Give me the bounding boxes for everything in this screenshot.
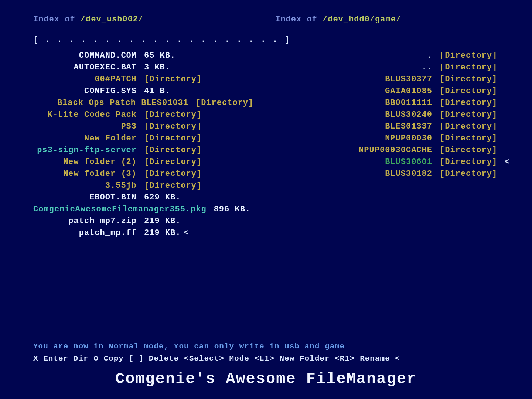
- list-item[interactable]: K-Lite Codec Pack[Directory]: [33, 109, 257, 121]
- left-header-label: Index of: [33, 15, 81, 24]
- app-title: Comgenie's Awesome FileManager: [33, 370, 499, 388]
- file-info: [Directory]: [144, 144, 202, 156]
- file-name: BLUS30377: [385, 74, 440, 85]
- right-header-label: Index of: [275, 15, 323, 24]
- list-item[interactable]: EBOOT.BIN629 KB.: [33, 192, 257, 204]
- list-item[interactable]: 00#PATCH[Directory]: [33, 74, 257, 85]
- file-name: K-Lite Codec Pack: [33, 109, 144, 121]
- file-info: 219 KB.: [144, 215, 181, 227]
- list-item[interactable]: COMMAND.COM65 KB.: [33, 50, 257, 62]
- status-line: You are now in Normal mode, You can only…: [33, 342, 499, 351]
- file-info: [Directory]: [440, 85, 499, 97]
- list-item[interactable]: ..[Directory]: [264, 62, 499, 74]
- file-name: BB0011111: [385, 97, 440, 109]
- list-item[interactable]: NPUP00030[Directory]: [264, 133, 499, 144]
- file-info: [Directory]: [440, 133, 499, 144]
- file-info: [Directory]: [144, 121, 202, 133]
- list-item[interactable]: New folder (3)[Directory]: [33, 168, 257, 180]
- file-info: 219 KB.: [144, 227, 181, 239]
- progress-indicator: [ . . . . . . . . . . . . . . . . . . . …: [33, 35, 499, 44]
- cursor-icon: <: [505, 156, 510, 168]
- file-name: ComgenieAwesomeFilemanager355.pkg: [33, 204, 214, 215]
- file-info: [Directory]: [440, 121, 499, 133]
- list-item[interactable]: BLUS30240[Directory]: [264, 109, 499, 121]
- list-item[interactable]: New folder (2)[Directory]: [33, 156, 257, 168]
- file-info: [Directory]: [144, 109, 202, 121]
- file-name: NPUP00030CACHE: [359, 144, 440, 156]
- help-line: X Enter Dir O Copy [ ] Delete <Select> M…: [33, 354, 499, 363]
- file-name: 3.55jb: [33, 180, 144, 192]
- list-item[interactable]: patch_mp7.zip219 KB.: [33, 215, 257, 227]
- right-file-pane[interactable]: .[Directory]..[Directory]BLUS30377[Direc…: [257, 50, 499, 239]
- file-name: Black Ops Patch BLES01031: [33, 97, 196, 109]
- file-name: 00#PATCH: [33, 74, 144, 85]
- file-name: New folder (2): [33, 156, 144, 168]
- file-name: ..: [422, 62, 440, 74]
- file-name: EBOOT.BIN: [33, 192, 144, 204]
- file-name: COMMAND.COM: [33, 50, 144, 62]
- file-info: 65 KB.: [144, 50, 175, 62]
- list-item[interactable]: Black Ops Patch BLES01031[Directory]: [33, 97, 257, 109]
- file-info: 3 KB.: [144, 62, 170, 74]
- left-pane-header: Index of /dev_usb002/: [33, 15, 275, 24]
- file-info: [Directory]: [440, 74, 499, 85]
- left-header-path: /dev_usb002/: [81, 15, 143, 24]
- list-item[interactable]: 3.55jb[Directory]: [33, 180, 257, 192]
- file-info: 629 KB.: [144, 192, 181, 204]
- file-info: [Directory]: [440, 156, 499, 168]
- file-info: [Directory]: [144, 156, 202, 168]
- file-info: [Directory]: [440, 144, 499, 156]
- list-item[interactable]: BLES01337[Directory]: [264, 121, 499, 133]
- file-name: BLUS30182: [385, 168, 440, 180]
- list-item[interactable]: PS3[Directory]: [33, 121, 257, 133]
- file-info: [Directory]: [440, 62, 499, 74]
- file-info: [Directory]: [144, 180, 202, 192]
- right-pane-header: Index of /dev_hdd0/game/: [275, 15, 499, 24]
- list-item[interactable]: patch_mp.ff219 KB.<: [33, 227, 257, 239]
- list-item[interactable]: BLUS30601[Directory]<: [264, 156, 499, 168]
- list-item[interactable]: ComgenieAwesomeFilemanager355.pkg896 KB.: [33, 204, 257, 215]
- list-item[interactable]: CONFIG.SYS41 B.: [33, 85, 257, 97]
- file-name: .: [427, 50, 440, 62]
- file-info: [Directory]: [440, 109, 499, 121]
- file-info: [Directory]: [440, 50, 499, 62]
- list-item[interactable]: GAIA01085[Directory]: [264, 85, 499, 97]
- file-info: [Directory]: [196, 97, 253, 109]
- file-info: [Directory]: [144, 168, 202, 180]
- left-file-pane[interactable]: COMMAND.COM65 KB.AUTOEXEC.BAT3 KB.00#PAT…: [33, 50, 257, 239]
- file-name: BLUS30601: [385, 156, 440, 168]
- right-header-path: /dev_hdd0/game/: [323, 15, 401, 24]
- file-info: [Directory]: [144, 133, 202, 144]
- list-item[interactable]: ps3-sign-ftp-server[Directory]: [33, 144, 257, 156]
- file-name: PS3: [33, 121, 144, 133]
- list-item[interactable]: BLUS30182[Directory]: [264, 168, 499, 180]
- file-name: patch_mp7.zip: [33, 215, 144, 227]
- file-name: CONFIG.SYS: [33, 85, 144, 97]
- file-info: [Directory]: [440, 97, 499, 109]
- list-item[interactable]: .[Directory]: [264, 50, 499, 62]
- file-name: BLUS30240: [385, 109, 440, 121]
- file-name: ps3-sign-ftp-server: [33, 144, 144, 156]
- list-item[interactable]: NPUP00030CACHE[Directory]: [264, 144, 499, 156]
- file-info: 41 B.: [144, 85, 170, 97]
- file-name: GAIA01085: [385, 85, 440, 97]
- file-name: New Folder: [33, 133, 144, 144]
- file-info: [Directory]: [440, 168, 499, 180]
- list-item[interactable]: BB0011111[Directory]: [264, 97, 499, 109]
- file-info: [Directory]: [144, 74, 202, 85]
- cursor-icon: <: [184, 227, 189, 239]
- list-item[interactable]: AUTOEXEC.BAT3 KB.: [33, 62, 257, 74]
- file-name: patch_mp.ff: [33, 227, 144, 239]
- list-item[interactable]: BLUS30377[Directory]: [264, 74, 499, 85]
- list-item[interactable]: New Folder[Directory]: [33, 133, 257, 144]
- file-name: New folder (3): [33, 168, 144, 180]
- file-name: AUTOEXEC.BAT: [33, 62, 144, 74]
- file-name: BLES01337: [385, 121, 440, 133]
- file-name: NPUP00030: [385, 133, 440, 144]
- file-info: 896 KB.: [214, 204, 250, 215]
